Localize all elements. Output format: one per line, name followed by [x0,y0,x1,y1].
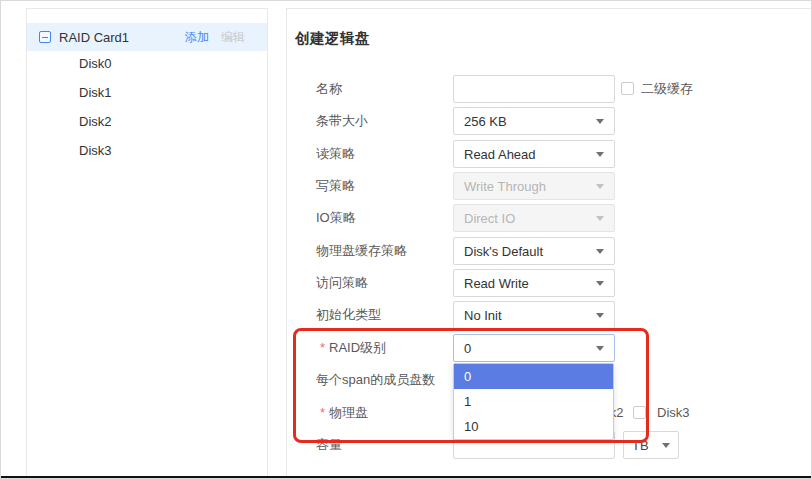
add-link[interactable]: 添加 [185,29,209,46]
raid-level-option-10[interactable]: 10 [454,414,613,439]
disk3-checkbox-label: Disk3 [657,399,690,427]
caret-down-icon [596,249,604,254]
caret-down-icon [596,184,604,189]
io-policy-value: Direct IO [464,211,596,226]
read-policy-value: Read Ahead [464,147,596,162]
caret-down-icon [596,313,604,318]
stripe-size-value: 256 KB [464,114,596,129]
edit-link[interactable]: 编辑 [221,29,245,46]
init-type-label: 初始化类型 [316,301,381,329]
tree-node-disk3[interactable]: Disk3 [27,137,267,165]
physical-disk-label: *物理盘 [320,399,368,427]
stripe-size-select[interactable]: 256 KB [453,107,615,135]
l2-cache-checkbox[interactable] [621,82,634,95]
tree-node-disk0[interactable]: Disk0 [27,50,267,78]
caret-down-icon [662,443,670,448]
tree-node-raid-card1[interactable]: RAID Card1 添加 编辑 [27,23,267,51]
init-type-select[interactable]: No Init [453,301,615,329]
span-members-label: 每个span的成员盘数 [316,366,435,394]
access-policy-value: Read Write [464,276,596,291]
physical-disk-label-text: 物理盘 [329,405,368,420]
access-policy-select[interactable]: Read Write [453,269,615,297]
tree-node-disk2[interactable]: Disk2 [27,108,267,136]
required-asterisk: * [320,340,325,355]
io-policy-select: Direct IO [453,204,615,232]
capacity-label: 容量 [316,431,342,459]
raid-level-label: *RAID级别 [320,334,386,362]
collapse-minus-icon[interactable] [39,31,51,43]
write-policy-value: Write Through [464,179,596,194]
stripe-size-label: 条带大小 [316,107,368,135]
init-type-value: No Init [464,308,596,323]
raid-config-screen: RAID Card1 添加 编辑 Disk0 Disk1 Disk2 Disk3… [0,0,812,479]
raid-card-label: RAID Card1 [59,30,129,45]
page-title: 创建逻辑盘 [295,29,370,48]
l2-cache-label: 二级缓存 [641,75,693,103]
raid-level-value: 0 [464,341,596,356]
pd-cache-policy-value: Disk's Default [464,244,596,259]
caret-down-icon [596,119,604,124]
caret-down-icon [596,152,604,157]
pd-cache-policy-select[interactable]: Disk's Default [453,237,615,265]
name-label: 名称 [316,75,342,103]
raid-level-select[interactable]: 0 [453,334,615,362]
caret-down-icon [596,346,604,351]
raid-level-label-text: RAID级别 [329,340,386,355]
raid-level-option-1[interactable]: 1 [454,389,613,414]
caret-down-icon [596,281,604,286]
capacity-unit-value: TB [632,438,662,453]
caret-down-icon [596,216,604,221]
raid-level-option-0[interactable]: 0 [454,364,613,389]
io-policy-label: IO策略 [316,204,356,232]
pd-cache-policy-label: 物理盘缓存策略 [316,237,407,265]
tree-node-disk1[interactable]: Disk1 [27,79,267,107]
raid-level-dropdown: 0 1 10 [453,363,614,440]
read-policy-label: 读策略 [316,140,355,168]
name-input[interactable] [453,75,615,103]
write-policy-label: 写策略 [316,172,355,200]
disk3-checkbox[interactable] [633,406,646,419]
capacity-unit-select[interactable]: TB [623,431,679,459]
required-asterisk: * [320,405,325,420]
raid-tree-panel: RAID Card1 添加 编辑 Disk0 Disk1 Disk2 Disk3 [26,8,268,476]
access-policy-label: 访问策略 [316,269,368,297]
write-policy-select: Write Through [453,172,615,200]
read-policy-select[interactable]: Read Ahead [453,140,615,168]
